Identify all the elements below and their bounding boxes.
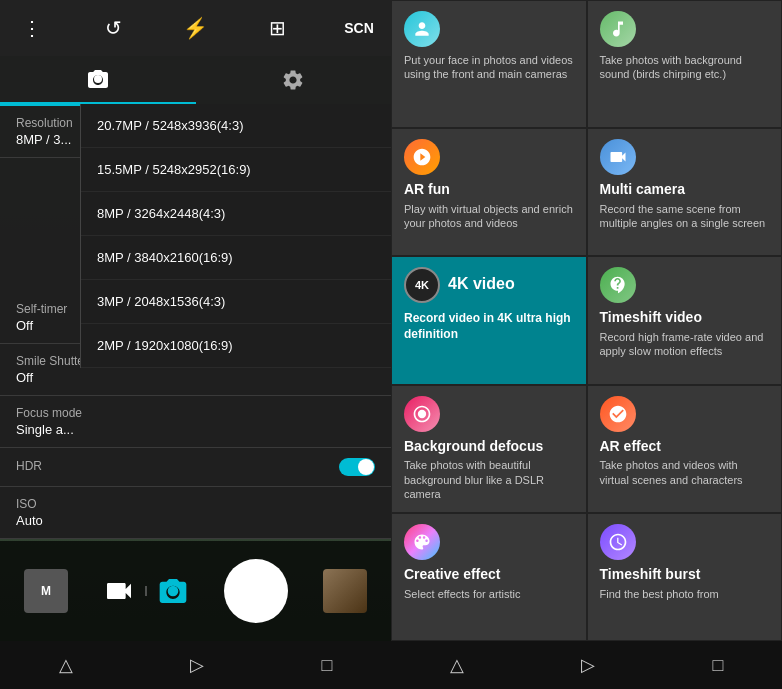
home-button[interactable]: ▷: [190, 654, 204, 676]
focus-mode-value: Single a...: [16, 422, 375, 437]
timeshift-burst-icon: [600, 524, 636, 560]
right-panel: Put your face in photos and videos using…: [391, 0, 782, 689]
right-back-button[interactable]: △: [450, 654, 464, 676]
face-photos-desc: Put your face in photos and videos using…: [404, 53, 574, 82]
rotate-camera-icon[interactable]: ↺: [98, 12, 130, 44]
smile-shutter-value: Off: [16, 370, 375, 385]
flash-icon[interactable]: ⚡: [180, 12, 212, 44]
recent-button[interactable]: □: [321, 655, 332, 676]
last-photo-thumbnail[interactable]: [323, 569, 367, 613]
hdr-label: HDR: [16, 459, 42, 473]
scn-button[interactable]: SCN: [343, 12, 375, 44]
settings-panel: Resolution 8MP / 3... 20.7MP / 5248x3936…: [0, 56, 391, 539]
4k-video-icon: 4K: [404, 267, 440, 303]
ar-fun-desc: Play with virtual objects and enrich you…: [404, 202, 574, 231]
timeshift-video-desc: Record high frame-rate video and apply s…: [600, 330, 770, 359]
menu-icon[interactable]: ⋮: [16, 12, 48, 44]
creative-effect-desc: Select effects for artistic: [404, 587, 574, 601]
feature-timeshift-burst[interactable]: Timeshift burst Find the best photo from: [587, 513, 783, 641]
left-nav-bar: △ ▷ □: [0, 641, 391, 689]
creative-effect-title: Creative effect: [404, 566, 574, 583]
focus-mode-label: Focus mode: [16, 406, 375, 420]
resolution-dropdown: 20.7MP / 5248x3936(4:3) 15.5MP / 5248x29…: [80, 104, 391, 368]
feature-ar-fun[interactable]: AR fun Play with virtual objects and enr…: [391, 128, 587, 256]
sound-photos-desc: Take photos with background sound (birds…: [600, 53, 770, 82]
timeshift-burst-desc: Find the best photo from: [600, 587, 770, 601]
4k-video-title: 4K video: [448, 274, 515, 293]
camera-controls: M: [0, 541, 391, 641]
resolution-option-1[interactable]: 20.7MP / 5248x3936(4:3): [81, 104, 391, 148]
left-panel: ⋮ ↺ ⚡ ⊞ SCN: [0, 0, 391, 689]
multi-camera-desc: Record the same scene from multiple angl…: [600, 202, 770, 231]
toggle-knob: [358, 459, 374, 475]
right-recent-button[interactable]: □: [712, 655, 723, 676]
iso-value: Auto: [16, 513, 375, 528]
creative-effect-icon: [404, 524, 440, 560]
video-mode-icon[interactable]: [103, 575, 135, 607]
grid-icon[interactable]: ⊞: [261, 12, 293, 44]
feature-ar-effect[interactable]: AR effect Take photos and videos with vi…: [587, 385, 783, 513]
feature-sound-photos[interactable]: Take photos with background sound (birds…: [587, 0, 783, 128]
shutter-button[interactable]: [224, 559, 288, 623]
background-defocus-title: Background defocus: [404, 438, 574, 455]
svg-point-2: [168, 586, 179, 597]
hdr-toggle[interactable]: [339, 458, 375, 476]
face-photos-icon: [404, 11, 440, 47]
feature-multi-camera[interactable]: Multi camera Record the same scene from …: [587, 128, 783, 256]
resolution-option-4[interactable]: 8MP / 3840x2160(16:9): [81, 236, 391, 280]
back-button[interactable]: △: [59, 654, 73, 676]
thumbnail-image: [323, 569, 367, 613]
focus-mode-row[interactable]: Focus mode Single a...: [0, 396, 391, 448]
tab-gear[interactable]: [196, 56, 392, 104]
ar-effect-title: AR effect: [600, 438, 770, 455]
feature-background-defocus[interactable]: Background defocus Take photos with beau…: [391, 385, 587, 513]
resolution-option-3[interactable]: 8MP / 3264x2448(4:3): [81, 192, 391, 236]
feature-grid: Put your face in photos and videos using…: [391, 0, 782, 641]
svg-point-3: [418, 409, 426, 417]
right-home-button[interactable]: ▷: [581, 654, 595, 676]
right-nav-bar: △ ▷ □: [391, 641, 782, 689]
camera-viewfinder: Resolution 8MP / 3... 20.7MP / 5248x3936…: [0, 56, 391, 689]
svg-rect-1: [146, 586, 147, 596]
camera-mode-switcher: [103, 575, 189, 607]
iso-label: ISO: [16, 497, 375, 511]
feature-4k-video[interactable]: 4K 4K video Record video in 4K ultra hig…: [391, 256, 587, 384]
feature-face-photos[interactable]: Put your face in photos and videos using…: [391, 0, 587, 128]
ar-effect-desc: Take photos and videos with virtual scen…: [600, 458, 770, 487]
timeshift-video-title: Timeshift video: [600, 309, 770, 326]
resolution-option-2[interactable]: 15.5MP / 5248x2952(16:9): [81, 148, 391, 192]
ar-fun-icon: [404, 139, 440, 175]
svg-point-0: [94, 75, 102, 83]
iso-row[interactable]: ISO Auto: [0, 487, 391, 539]
sound-photos-icon: [600, 11, 636, 47]
4k-video-desc: Record video in 4K ultra high definition: [404, 311, 574, 342]
settings-tabs: [0, 56, 391, 106]
ar-effect-icon: [600, 396, 636, 432]
photo-mode-icon[interactable]: [157, 575, 189, 607]
mode-badge[interactable]: M: [24, 569, 68, 613]
feature-timeshift-video[interactable]: Timeshift video Record high frame-rate v…: [587, 256, 783, 384]
background-defocus-desc: Take photos with beautiful background bl…: [404, 458, 574, 501]
feature-creative-effect[interactable]: Creative effect Select effects for artis…: [391, 513, 587, 641]
ar-fun-title: AR fun: [404, 181, 574, 198]
multi-camera-icon: [600, 139, 636, 175]
timeshift-burst-title: Timeshift burst: [600, 566, 770, 583]
top-toolbar: ⋮ ↺ ⚡ ⊞ SCN: [0, 0, 391, 56]
resolution-option-5[interactable]: 3MP / 2048x1536(4:3): [81, 280, 391, 324]
hdr-row[interactable]: HDR: [0, 448, 391, 487]
resolution-option-6[interactable]: 2MP / 1920x1080(16:9): [81, 324, 391, 368]
divider-icon: [141, 586, 151, 596]
background-defocus-icon: [404, 396, 440, 432]
multi-camera-title: Multi camera: [600, 181, 770, 198]
tab-camera[interactable]: [0, 56, 196, 104]
timeshift-video-icon: [600, 267, 636, 303]
